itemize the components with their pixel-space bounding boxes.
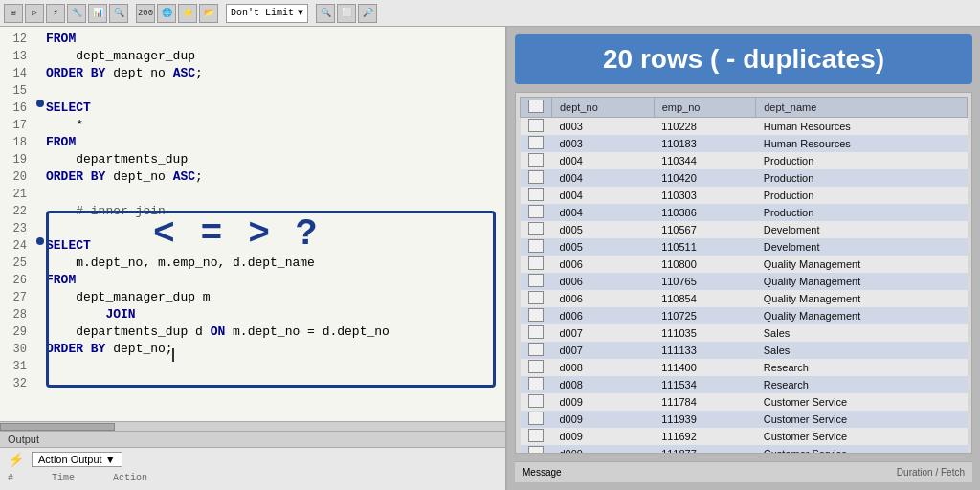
- row-checkbox[interactable]: [528, 239, 544, 253]
- code-line-17: 17 *: [0, 117, 505, 134]
- code-area[interactable]: 12 FROM 13 dept_manager_dup 14 ORDER BY …: [0, 27, 505, 421]
- toolbar-btn-6[interactable]: 🔍: [109, 4, 128, 23]
- row-cell-0: d004: [552, 169, 655, 187]
- row-cell-0: d004: [552, 204, 655, 221]
- code-line-12: 12 FROM: [0, 31, 505, 48]
- row-checkbox[interactable]: [528, 205, 544, 218]
- row-checkbox[interactable]: [528, 377, 544, 390]
- row-cell-1: 110386: [654, 204, 756, 221]
- row-cell-0: d004: [552, 187, 655, 204]
- row-checkbox[interactable]: [528, 394, 544, 408]
- row-checkbox-cell: [521, 290, 552, 307]
- row-checkbox[interactable]: [528, 429, 544, 442]
- row-checkbox[interactable]: [528, 136, 544, 149]
- row-cell-2: Research: [756, 359, 968, 376]
- row-checkbox-cell: [521, 152, 552, 169]
- row-checkbox-cell: [521, 256, 552, 273]
- col-header-dept-no: dept_no: [552, 98, 655, 118]
- table-row: d008111534Research: [521, 376, 968, 393]
- horizontal-scrollbar[interactable]: [0, 421, 505, 431]
- code-line-15: 15: [0, 82, 505, 100]
- row-cell-1: 110725: [654, 307, 756, 324]
- row-cell-2: Customer Service: [756, 411, 968, 428]
- row-cell-2: Quality Management: [756, 256, 968, 273]
- toolbar-btn-12[interactable]: ⬜: [337, 4, 356, 23]
- row-cell-2: Develoment: [756, 221, 968, 238]
- code-line-23: 23 < = > ?: [0, 220, 505, 237]
- code-line-32: 32: [0, 375, 505, 392]
- row-checkbox[interactable]: [528, 153, 544, 167]
- row-checkbox[interactable]: [528, 343, 544, 356]
- toolbar-btn-11[interactable]: 🔍: [316, 4, 335, 23]
- code-line-25: 25 m.dept_no, m.emp_no, d.dept_name: [0, 255, 505, 272]
- row-checkbox[interactable]: [528, 170, 544, 184]
- toolbar-btn-4[interactable]: 🔧: [67, 4, 86, 23]
- dont-limit-dropdown[interactable]: Don't Limit ▼: [226, 4, 308, 23]
- toolbar-btn-9[interactable]: ⭐: [178, 4, 197, 23]
- toolbar-btn-5[interactable]: 📊: [88, 4, 107, 23]
- code-line-30: 30 ORDER BY dept_no;: [0, 341, 505, 358]
- row-checkbox[interactable]: [528, 274, 544, 287]
- row-cell-2: Customer Service: [756, 445, 968, 454]
- table-row: d006110854Quality Management: [521, 290, 968, 307]
- table-header: dept_no emp_no dept_name: [521, 98, 968, 118]
- row-cell-1: 111877: [654, 445, 756, 454]
- row-checkbox-cell: [521, 204, 552, 221]
- row-checkbox[interactable]: [528, 256, 544, 270]
- toolbar-btn-1[interactable]: ⊞: [4, 4, 23, 23]
- row-cell-2: Quality Management: [756, 290, 968, 307]
- row-checkbox[interactable]: [528, 222, 544, 235]
- toolbar-btn-2[interactable]: ▷: [25, 4, 44, 23]
- result-title: 20 rows ( - duplicates): [515, 34, 972, 84]
- code-line-27: 27 dept_manager_dup m: [0, 289, 505, 306]
- toolbar-btn-3[interactable]: ⚡: [46, 4, 65, 23]
- row-cell-2: Research: [756, 376, 968, 393]
- row-cell-0: d004: [552, 152, 655, 169]
- row-checkbox[interactable]: [528, 325, 544, 339]
- row-cell-0: d006: [552, 307, 655, 324]
- row-cell-1: 110344: [654, 152, 756, 169]
- status-bar: Message Duration / Fetch: [515, 461, 972, 482]
- row-checkbox[interactable]: [528, 291, 544, 304]
- table-row: d004110420Production: [521, 169, 968, 187]
- toolbar-btn-7[interactable]: 200: [136, 4, 155, 23]
- row-cell-2: Customer Service: [756, 393, 968, 411]
- row-cell-2: Develoment: [756, 238, 968, 256]
- action-output-button[interactable]: Action Output ▼: [32, 452, 122, 467]
- row-cell-1: 111400: [654, 359, 756, 376]
- row-checkbox[interactable]: [528, 360, 544, 373]
- row-checkbox-cell: [521, 238, 552, 256]
- row-cell-2: Sales: [756, 324, 968, 342]
- row-cell-0: d005: [552, 238, 655, 256]
- scrollbar-thumb[interactable]: [0, 423, 115, 431]
- row-checkbox-cell: [521, 359, 552, 376]
- row-checkbox-cell: [521, 307, 552, 324]
- row-checkbox-cell: [521, 324, 552, 342]
- toolbar: ⊞ ▷ ⚡ 🔧 📊 🔍 200 🌐 ⭐ 📂 Don't Limit ▼ 🔍 ⬜ …: [0, 0, 980, 27]
- row-checkbox[interactable]: [528, 412, 544, 425]
- row-cell-2: Quality Management: [756, 307, 968, 324]
- toolbar-btn-13[interactable]: 🔎: [358, 4, 377, 23]
- row-checkbox-cell: [521, 376, 552, 393]
- row-cell-0: d003: [552, 135, 655, 152]
- row-checkbox-cell: [521, 135, 552, 152]
- code-line-28: 28 JOIN: [0, 306, 505, 323]
- row-checkbox[interactable]: [528, 446, 544, 454]
- row-cell-0: d009: [552, 428, 655, 445]
- row-checkbox-cell: [521, 428, 552, 445]
- toolbar-btn-8[interactable]: 🌐: [157, 4, 176, 23]
- row-checkbox[interactable]: [528, 119, 544, 132]
- row-cell-1: 110765: [654, 273, 756, 290]
- dont-limit-label: Don't Limit: [231, 8, 294, 18]
- table-row: d009111692Customer Service: [521, 428, 968, 445]
- row-checkbox-cell: [521, 445, 552, 454]
- table-row: d007111035Sales: [521, 324, 968, 342]
- row-checkbox[interactable]: [528, 188, 544, 201]
- row-checkbox-cell: [521, 411, 552, 428]
- row-cell-2: Production: [756, 204, 968, 221]
- row-checkbox[interactable]: [528, 308, 544, 322]
- code-line-18: 18 FROM: [0, 134, 505, 151]
- toolbar-btn-10[interactable]: 📂: [199, 4, 218, 23]
- result-table: dept_no emp_no dept_name d003110228Human…: [520, 97, 968, 454]
- status-duration: Duration / Fetch: [897, 467, 965, 478]
